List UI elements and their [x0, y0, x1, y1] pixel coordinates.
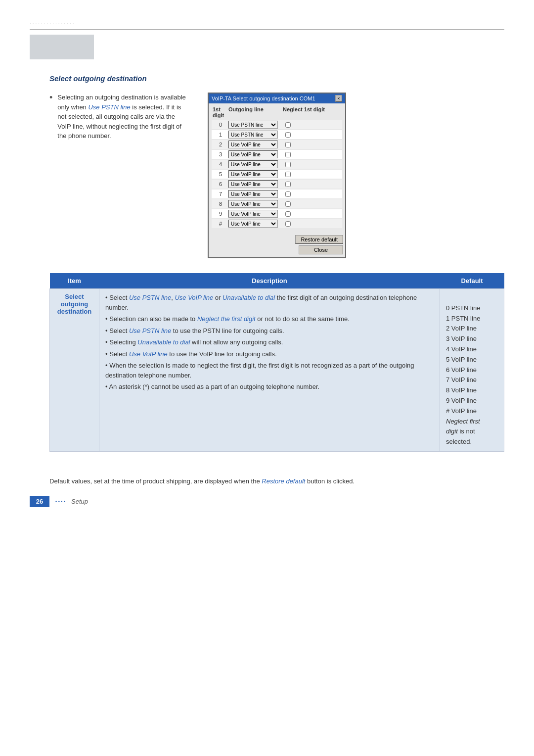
digit-cell: 3 — [213, 151, 228, 157]
desc-item-7: An asterisk (*) cannot be used as a part… — [105, 382, 434, 392]
desc-item-5: Select Use VoIP line to use the VoIP lin… — [105, 349, 434, 359]
digit-cell: 0 — [213, 122, 228, 128]
top-area: ................ — [0, 0, 534, 25]
digit-cell: 9 — [213, 211, 228, 217]
page-footer: 26 • • • • Setup — [30, 496, 504, 507]
neglect-checkbox[interactable] — [285, 142, 291, 147]
text-column: • Selecting an outgoing destination is a… — [49, 93, 188, 141]
section-title: Select outgoing destination — [49, 74, 504, 83]
neglect-checkbox-cell — [283, 152, 293, 157]
gray-block — [30, 35, 94, 59]
bullet-point: • Selecting an outgoing destination is a… — [49, 93, 188, 141]
outgoing-line-select[interactable]: Use PSTN lineUse VoIP lineUnavailable to… — [228, 150, 278, 158]
unavail-dial-link: Unavailable to dial — [137, 338, 190, 346]
dialog-close-button[interactable]: × — [335, 95, 342, 102]
table-header-description: Description — [99, 273, 440, 289]
neglect-checkbox-cell — [283, 191, 293, 197]
info-table: Item Description Default Selectoutgoingd… — [49, 273, 504, 452]
outgoing-line-select[interactable]: Use PSTN lineUse VoIP lineUnavailable to… — [228, 190, 278, 198]
outgoing-select-cell: Use PSTN lineUse VoIP lineUnavailable to… — [228, 131, 283, 139]
neglect-checkbox-cell — [283, 142, 293, 147]
unavailable-link: Unavailable to dial — [222, 294, 275, 301]
outgoing-line-select[interactable]: Use PSTN lineUse VoIP lineUnavailable to… — [228, 160, 278, 168]
outgoing-line-select[interactable]: Use PSTN lineUse VoIP lineUnavailable to… — [228, 131, 278, 139]
desc-cell: Select Use PSTN line, Use VoIP line or U… — [99, 289, 440, 452]
close-button[interactable]: Close — [299, 245, 343, 254]
table-header-default: Default — [440, 273, 504, 289]
use-pstn-link2: Use PSTN line — [129, 327, 171, 334]
desc-list: Select Use PSTN line, Use VoIP line or U… — [105, 293, 434, 392]
dialog-rows: 0Use PSTN lineUse VoIP lineUnavailable t… — [212, 120, 342, 228]
dialog-box: VoIP-TA Select outgoing destination COM1… — [208, 93, 346, 258]
neglect-link: Neglect the first digit — [197, 315, 256, 323]
page-label: Setup — [71, 498, 88, 505]
digit-cell: 6 — [213, 181, 228, 187]
neglect-checkbox[interactable] — [285, 152, 291, 157]
digit-cell: 1 — [213, 132, 228, 138]
neglect-checkbox[interactable] — [285, 201, 291, 207]
neglect-checkbox-cell — [283, 211, 293, 217]
outgoing-select-cell: Use PSTN lineUse VoIP lineUnavailable to… — [228, 200, 283, 208]
default-values: 0 PSTN line1 PSTN line2 VoIP line3 VoIP … — [446, 304, 480, 445]
default-cell: 0 PSTN line1 PSTN line2 VoIP line3 VoIP … — [440, 289, 504, 452]
neglect-checkbox[interactable] — [285, 172, 291, 177]
dialog-titlebar: VoIP-TA Select outgoing destination COM1… — [209, 94, 345, 103]
digit-cell: 7 — [213, 191, 228, 197]
neglect-checkbox-cell — [283, 201, 293, 207]
neglect-checkbox-cell — [283, 221, 293, 227]
desc-item-2: Selection can also be made to Neglect th… — [105, 314, 434, 324]
digit-cell: 2 — [213, 142, 228, 147]
use-pstn-line-text: Use PSTN line — [88, 103, 130, 111]
outgoing-select-cell: Use PSTN lineUse VoIP lineUnavailable to… — [228, 160, 283, 168]
neglect-checkbox[interactable] — [285, 122, 291, 128]
col-header-digit: 1st digit — [213, 106, 228, 118]
restore-default-ref: Restore default — [262, 477, 305, 485]
bullet-text: Selecting an outgoing destination is ava… — [57, 93, 188, 141]
outgoing-select-cell: Use PSTN lineUse VoIP lineUnavailable to… — [228, 210, 283, 218]
table-row: Selectoutgoingdestination Select Use PST… — [50, 289, 504, 452]
neglect-checkbox-cell — [283, 182, 293, 187]
dialog-title: VoIP-TA Select outgoing destination COM1 — [212, 95, 315, 101]
dialog-row: 6Use PSTN lineUse VoIP lineUnavailable t… — [212, 180, 342, 189]
dialog-row: 0Use PSTN lineUse VoIP lineUnavailable t… — [212, 120, 342, 129]
dialog-row: 3Use PSTN lineUse VoIP lineUnavailable t… — [212, 150, 342, 159]
neglect-checkbox[interactable] — [285, 211, 291, 217]
dialog-buttons: Restore default Close — [209, 232, 345, 257]
outgoing-line-select[interactable]: Use PSTN lineUse VoIP lineUnavailable to… — [228, 210, 278, 218]
table-header-item: Item — [50, 273, 99, 289]
outgoing-line-select[interactable]: Use PSTN lineUse VoIP lineUnavailable to… — [228, 170, 278, 178]
footer-note: Default values, set at the time of produ… — [0, 476, 534, 486]
dialog-row: 5Use PSTN lineUse VoIP lineUnavailable t… — [212, 170, 342, 179]
item-cell: Selectoutgoingdestination — [50, 289, 99, 452]
outgoing-line-select[interactable]: Use PSTN lineUse VoIP lineUnavailable to… — [228, 200, 278, 208]
digit-cell: 5 — [213, 171, 228, 177]
col-header-neglect: Neglect 1st digit — [283, 106, 341, 118]
outgoing-line-select[interactable]: Use PSTN lineUse VoIP lineUnavailable to… — [228, 180, 278, 188]
dots-container: ................ — [30, 20, 75, 25]
neglect-checkbox-cell — [283, 122, 293, 128]
neglect-checkbox-cell — [283, 162, 293, 167]
outgoing-select-cell: Use PSTN lineUse VoIP lineUnavailable to… — [228, 190, 283, 198]
header-dots: ................ — [30, 20, 75, 25]
restore-default-button[interactable]: Restore default — [295, 235, 343, 244]
desc-item-3: Select Use PSTN line to use the PSTN lin… — [105, 326, 434, 336]
dialog-column-headers: 1st digit Outgoing line Neglect 1st digi… — [212, 106, 342, 118]
use-voip-link: Use VoIP line — [175, 294, 213, 301]
neglect-checkbox[interactable] — [285, 221, 291, 227]
neglect-checkbox[interactable] — [285, 132, 291, 138]
bullet-dot: • — [49, 93, 52, 141]
use-pstn-link: Use PSTN line — [129, 294, 171, 301]
neglect-checkbox[interactable] — [285, 182, 291, 187]
desc-item-4: Selecting Unavailable to dial will not a… — [105, 337, 434, 347]
outgoing-select-cell: Use PSTN lineUse VoIP lineUnavailable to… — [228, 141, 283, 148]
outgoing-line-select[interactable]: Use PSTN lineUse VoIP lineUnavailable to… — [228, 141, 278, 148]
dialog-content: 1st digit Outgoing line Neglect 1st digi… — [209, 103, 345, 232]
neglect-checkbox[interactable] — [285, 162, 291, 167]
outgoing-line-select[interactable]: Use PSTN lineUse VoIP lineUnavailable to… — [228, 220, 278, 228]
outgoing-line-select[interactable]: Use PSTN lineUse VoIP lineUnavailable to… — [228, 121, 278, 129]
dialog-row: 7Use PSTN lineUse VoIP lineUnavailable t… — [212, 189, 342, 198]
col-header-outgoing: Outgoing line — [228, 106, 283, 118]
neglect-checkbox[interactable] — [285, 191, 291, 197]
neglect-checkbox-cell — [283, 172, 293, 177]
digit-cell: 4 — [213, 161, 228, 167]
